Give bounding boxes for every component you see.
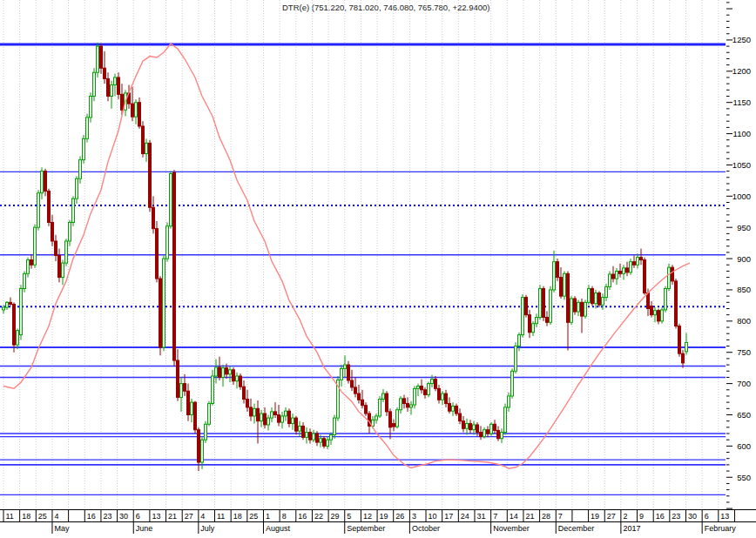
candle bbox=[501, 428, 503, 443]
candle bbox=[114, 74, 117, 97]
candle bbox=[142, 121, 145, 158]
candle bbox=[668, 264, 671, 292]
week-label: 4 bbox=[54, 512, 58, 521]
candle bbox=[351, 370, 354, 391]
week-label: 16 bbox=[87, 512, 96, 521]
candle bbox=[86, 114, 89, 143]
candle bbox=[584, 299, 587, 319]
candle bbox=[104, 51, 106, 84]
candle bbox=[483, 427, 486, 439]
month-label: July bbox=[200, 524, 215, 533]
candle bbox=[17, 328, 19, 349]
candle bbox=[400, 396, 402, 414]
week-label: 17 bbox=[444, 512, 453, 521]
candle bbox=[219, 357, 221, 380]
week-label: 16 bbox=[298, 512, 307, 521]
candle bbox=[260, 410, 263, 427]
y-axis-label: 700 bbox=[737, 379, 751, 388]
candle bbox=[208, 401, 211, 427]
candle bbox=[166, 222, 169, 261]
candle bbox=[410, 401, 413, 415]
y-axis-label: 550 bbox=[737, 473, 751, 482]
candle bbox=[421, 380, 423, 394]
candle bbox=[581, 299, 584, 333]
candle bbox=[605, 284, 608, 301]
candle bbox=[243, 380, 246, 404]
candle bbox=[417, 384, 420, 396]
candle bbox=[24, 271, 26, 292]
candle bbox=[51, 215, 54, 246]
candle bbox=[20, 285, 23, 340]
candle bbox=[306, 427, 308, 444]
candle bbox=[574, 296, 577, 315]
candle bbox=[591, 286, 594, 306]
candle bbox=[90, 92, 92, 122]
candle bbox=[295, 416, 298, 435]
y-axis-label: 900 bbox=[737, 254, 751, 264]
candle bbox=[97, 43, 99, 77]
candle bbox=[396, 407, 399, 428]
month-label: June bbox=[136, 524, 153, 533]
candle bbox=[616, 268, 618, 285]
candle bbox=[93, 68, 96, 101]
candle bbox=[309, 428, 312, 443]
candle bbox=[658, 308, 660, 324]
candle bbox=[250, 399, 253, 421]
candle bbox=[445, 390, 448, 407]
candle bbox=[494, 420, 496, 434]
candle bbox=[508, 393, 510, 412]
candle bbox=[271, 407, 273, 422]
chart-window: DTR(e) (751.220, 781.020, 746.080, 765.7… bbox=[0, 0, 756, 538]
candle bbox=[515, 342, 517, 373]
week-label: 18 bbox=[22, 512, 30, 521]
candle bbox=[550, 286, 552, 325]
candle bbox=[288, 408, 291, 427]
month-label: September bbox=[347, 524, 385, 533]
x-axis: 1118254162330613212741118251816222951219… bbox=[0, 510, 756, 535]
candle bbox=[525, 295, 528, 318]
week-label: 12 bbox=[363, 512, 372, 521]
week-label: 27 bbox=[607, 512, 616, 521]
candle bbox=[557, 259, 559, 281]
candle bbox=[595, 290, 597, 309]
candle bbox=[462, 416, 465, 433]
week-label: 23 bbox=[103, 512, 111, 521]
y-axis-label: 1250 bbox=[732, 35, 751, 44]
candle bbox=[564, 271, 566, 299]
candle bbox=[393, 420, 395, 432]
y-axis-label: 850 bbox=[737, 285, 751, 294]
candle bbox=[30, 255, 33, 269]
candle bbox=[609, 271, 611, 290]
candle bbox=[459, 408, 462, 424]
candle bbox=[233, 367, 235, 385]
week-label: 6 bbox=[136, 512, 140, 521]
candle bbox=[152, 196, 155, 233]
candle bbox=[274, 402, 277, 418]
month-label: November bbox=[493, 524, 530, 533]
week-label: 2 bbox=[623, 512, 627, 521]
candle bbox=[661, 307, 664, 324]
candle bbox=[240, 373, 242, 390]
candle bbox=[532, 321, 535, 336]
week-label: 31 bbox=[476, 512, 485, 521]
candle bbox=[449, 397, 451, 414]
week-label: 13 bbox=[720, 512, 729, 521]
candle bbox=[135, 99, 138, 124]
candle bbox=[407, 397, 409, 412]
candle bbox=[577, 299, 580, 316]
week-label: 29 bbox=[331, 512, 340, 521]
candle bbox=[358, 385, 361, 404]
candle bbox=[76, 176, 78, 204]
candle bbox=[379, 396, 381, 418]
month-label: February bbox=[705, 524, 737, 533]
candle bbox=[403, 395, 406, 409]
candle bbox=[128, 85, 131, 109]
y-axis-label: 950 bbox=[737, 223, 751, 232]
candle bbox=[675, 279, 678, 328]
candle bbox=[58, 249, 61, 283]
candle bbox=[640, 249, 643, 266]
y-axis-label: 1150 bbox=[733, 98, 751, 107]
candle bbox=[480, 426, 483, 440]
candle bbox=[626, 262, 629, 277]
month-label: 2017 bbox=[623, 524, 640, 533]
